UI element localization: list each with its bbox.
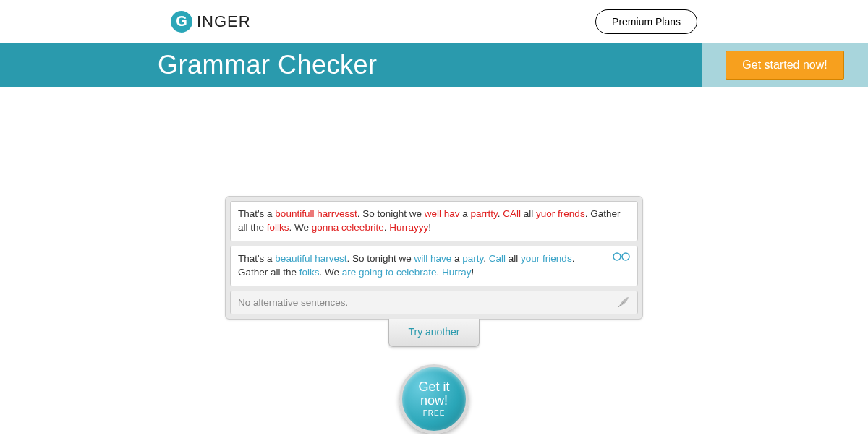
error-segment: yuor frends [536, 208, 585, 219]
text-segment: a [451, 253, 462, 264]
try-another-button[interactable]: Try another [388, 319, 479, 347]
correction-segment: party [462, 253, 483, 264]
error-segment: parrtty [471, 208, 498, 219]
original-text-box[interactable]: That's a bountifull harrvesst. So tonigh… [230, 201, 638, 241]
brand-logo-icon: G [171, 11, 192, 33]
error-segment: follks [267, 222, 289, 233]
alternative-sentences-box: No alternative sentences. [230, 291, 638, 314]
glasses-icon[interactable] [613, 251, 630, 265]
alternative-text: No alternative sentences. [238, 297, 348, 308]
text-segment: all [506, 253, 521, 264]
text-segment: . So tonight we [346, 253, 414, 264]
get-it-sub: FREE [423, 409, 446, 417]
text-segment: ! [428, 222, 431, 233]
brand-logo[interactable]: G INGER [171, 11, 251, 33]
error-segment: well hav [425, 208, 460, 219]
text-segment: . So tonight we [357, 208, 425, 219]
text-segment: a [460, 208, 471, 219]
text-segment: That's a [238, 208, 275, 219]
page-title: Grammar Checker [158, 50, 378, 80]
corrected-text-box[interactable]: That's a beautiful harvest. So tonight w… [230, 246, 638, 286]
error-segment: bountifull harrvesst [275, 208, 357, 219]
hero-banner: Grammar Checker Get started now! [0, 43, 868, 87]
get-it-now-button[interactable]: Get it now! FREE [399, 364, 469, 434]
correction-segment: Hurray [442, 267, 472, 278]
text-segment: . We [289, 222, 312, 233]
grammar-checker-panel: That's a bountifull harrvesst. So tonigh… [225, 196, 643, 320]
svg-point-0 [613, 253, 621, 260]
text-segment: . [436, 267, 442, 278]
text-segment: . [483, 253, 489, 264]
correction-segment: Call [489, 253, 506, 264]
get-started-button[interactable]: Get started now! [726, 51, 843, 80]
text-segment: That's a [238, 253, 275, 264]
feather-icon [617, 296, 630, 311]
premium-plans-button[interactable]: Premium Plans [595, 9, 697, 34]
error-segment: Hurrayyy [389, 222, 428, 233]
correction-segment: folks [299, 267, 320, 278]
error-segment: gonna celeebrite [312, 222, 384, 233]
text-segment: ! [471, 267, 474, 278]
correction-segment: are going to celebrate [342, 267, 437, 278]
correction-segment: your friends [521, 253, 572, 264]
brand-logo-text: INGER [197, 12, 251, 31]
correction-segment: will have [414, 253, 451, 264]
hero-cta-panel: Get started now! [702, 43, 868, 87]
text-segment: all [521, 208, 536, 219]
correction-segment: beautiful harvest [275, 253, 346, 264]
svg-point-1 [622, 253, 629, 260]
get-it-line2: now! [420, 394, 448, 408]
get-it-line1: Get it [418, 380, 449, 394]
text-segment: . We [320, 267, 342, 278]
error-segment: CAll [503, 208, 521, 219]
